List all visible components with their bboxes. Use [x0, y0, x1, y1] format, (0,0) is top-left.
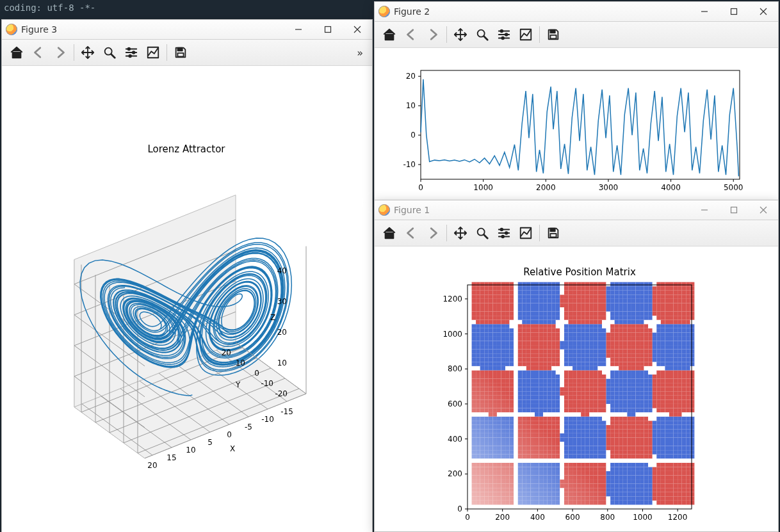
back-button[interactable] [28, 42, 49, 63]
zoom-button[interactable] [471, 24, 493, 45]
axes-button[interactable] [515, 222, 537, 244]
svg-rect-2223 [543, 341, 548, 346]
close-button[interactable] [343, 20, 372, 39]
pan-button[interactable] [77, 42, 99, 63]
svg-rect-579 [669, 471, 674, 476]
svg-rect-1311 [569, 412, 573, 417]
svg-rect-1037 [551, 433, 556, 438]
minimize-button[interactable] [284, 20, 313, 39]
svg-rect-569 [627, 471, 631, 476]
svg-rect-571 [636, 471, 640, 476]
back-button[interactable] [400, 24, 422, 45]
svg-rect-1119 [669, 429, 674, 433]
subplots-button[interactable] [493, 24, 515, 45]
svg-rect-1661 [678, 387, 682, 392]
svg-rect-762 [530, 455, 535, 459]
close-button[interactable] [749, 200, 778, 220]
svg-rect-678 [631, 463, 636, 467]
forward-button[interactable] [422, 24, 444, 45]
svg-rect-2282 [564, 337, 569, 341]
save-button[interactable] [542, 24, 564, 45]
svg-rect-2238 [606, 341, 611, 346]
svg-rect-2624 [640, 312, 644, 316]
maximize-button[interactable] [313, 20, 343, 39]
svg-rect-1705 [636, 383, 640, 387]
svg-rect-179 [577, 501, 581, 505]
svg-rect-197 [653, 501, 657, 505]
svg-rect-368 [690, 488, 695, 492]
svg-rect-2979 [543, 282, 548, 287]
svg-rect-1927 [661, 366, 665, 371]
svg-rect-1743 [569, 379, 573, 383]
svg-rect-681 [644, 463, 649, 467]
svg-rect-279 [543, 492, 548, 497]
svg-rect-1901 [551, 366, 556, 371]
figure2-canvas[interactable]: 010002000300040005000-1001020 [375, 48, 778, 200]
save-button[interactable] [170, 42, 191, 63]
svg-rect-961 [686, 442, 690, 446]
pan-button[interactable] [450, 24, 471, 45]
svg-rect-1039 [560, 433, 564, 438]
zoom-button[interactable] [471, 222, 493, 244]
svg-rect-2146 [674, 350, 678, 354]
close-button[interactable] [749, 2, 778, 21]
minimize-button[interactable] [690, 2, 719, 21]
svg-rect-692 [690, 463, 695, 467]
svg-rect-1164 [631, 425, 636, 430]
home-button[interactable] [6, 42, 28, 63]
svg-rect-2350 [623, 332, 628, 337]
svg-rect-2863 [510, 291, 514, 295]
home-button[interactable] [378, 222, 400, 244]
svg-rect-2481 [492, 320, 497, 325]
subplots-button[interactable] [120, 42, 142, 63]
svg-rect-860 [489, 446, 493, 451]
axes-button[interactable] [142, 42, 164, 63]
svg-rect-635 [678, 467, 682, 471]
svg-rect-713 [551, 458, 556, 463]
svg-rect-2715 [569, 303, 573, 307]
svg-rect-149 [678, 504, 682, 509]
titlebar-figure-3[interactable]: Figure 3 [2, 20, 372, 40]
svg-rect-2873 [551, 291, 556, 295]
figure3-canvas[interactable]: Lorenz Attractor10203040Z-20-1001020Y201… [2, 66, 372, 532]
titlebar-figure-2[interactable]: Figure 2 [375, 2, 778, 22]
svg-rect-2405 [627, 328, 631, 333]
svg-rect-1512 [505, 396, 510, 400]
forward-button[interactable] [49, 42, 71, 63]
svg-rect-2765 [551, 299, 556, 303]
home-button[interactable] [378, 24, 400, 45]
svg-rect-2001 [518, 358, 523, 362]
subplots-button[interactable] [493, 222, 515, 244]
svg-rect-2597 [526, 312, 531, 316]
svg-rect-1196 [539, 421, 544, 425]
svg-rect-1714 [674, 383, 678, 387]
svg-rect-1738 [548, 379, 552, 383]
back-button[interactable] [400, 222, 422, 244]
svg-rect-297 [619, 492, 623, 497]
svg-rect-2591 [501, 312, 506, 316]
svg-rect-2110 [522, 350, 526, 354]
save-button[interactable] [542, 222, 564, 244]
titlebar-figure-1[interactable]: Figure 1 [375, 200, 778, 220]
svg-rect-425 [476, 480, 480, 484]
svg-rect-831 [594, 450, 598, 455]
minimize-button[interactable] [690, 200, 719, 220]
svg-rect-2107 [510, 350, 514, 354]
svg-rect-851 [678, 450, 682, 455]
svg-rect-2082 [631, 353, 636, 358]
svg-rect-1202 [564, 421, 569, 425]
maximize-button[interactable] [719, 2, 749, 21]
maximize-button[interactable] [719, 200, 749, 220]
toolbar-overflow[interactable]: » [352, 47, 368, 59]
zoom-button[interactable] [99, 42, 120, 63]
svg-rect-1997 [501, 358, 506, 362]
svg-rect-882 [581, 446, 585, 451]
axes-button[interactable] [515, 24, 537, 45]
svg-rect-1622 [514, 387, 518, 392]
svg-rect-2404 [623, 328, 628, 333]
pan-button[interactable] [450, 222, 471, 244]
forward-button[interactable] [422, 222, 444, 244]
svg-rect-2339 [577, 332, 581, 337]
figure1-canvas[interactable]: Relative Position Matrix0200400600800100… [375, 246, 778, 531]
svg-rect-2607 [569, 312, 573, 316]
